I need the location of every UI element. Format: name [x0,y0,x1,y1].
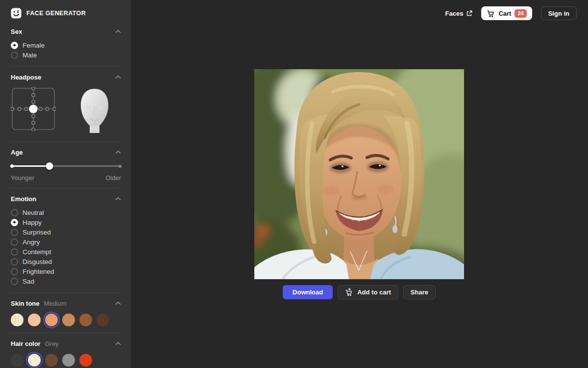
headpose-widget [11,87,121,135]
radio-emotion-happy[interactable]: Happy [11,217,121,227]
radio-indicator [11,209,18,216]
chevron-up-icon[interactable] [115,150,121,154]
cart-plus-icon [345,288,353,296]
skintone-value: Medium [44,300,67,307]
haircolor-value: Grey [45,340,59,347]
sidebar: FACE GENERATOR Sex Female Male Headpose [0,0,131,368]
radio-emotion-disgusted[interactable]: Disgusted [11,257,121,266]
radio-label: Sad [23,278,34,285]
haircolor-swatches [11,354,121,367]
age-slider-handle[interactable] [46,162,53,170]
headpose-grid-selector[interactable] [11,87,56,131]
headpose-current-point[interactable] [29,105,38,113]
chevron-up-icon[interactable] [115,29,121,33]
radio-emotion-sad[interactable]: Sad [11,276,121,286]
add-to-cart-label: Add to cart [357,289,391,296]
radio-label: Neutral [23,209,44,216]
radio-label: Frightened [23,268,54,275]
faces-link[interactable]: Faces [445,10,473,17]
radio-indicator [11,229,18,236]
radio-indicator [11,258,18,265]
radio-sex-female[interactable]: Female [11,40,121,50]
add-to-cart-button[interactable]: Add to cart [338,285,398,299]
radio-sex-male[interactable]: Male [11,50,121,60]
faces-link-label: Faces [445,10,464,17]
haircolor-swatch-2[interactable] [28,354,41,367]
share-button[interactable]: Share [403,285,436,299]
logo[interactable]: FACE GENERATOR [11,7,121,20]
download-button[interactable]: Download [283,285,333,299]
slider-fill [11,165,49,167]
divider [11,292,121,293]
generated-face-image [254,69,464,279]
section-sex-header: Sex [11,27,121,35]
radio-label: Male [23,52,37,59]
radio-label: Female [23,42,45,49]
skintone-swatch-4[interactable] [62,314,75,326]
haircolor-swatch-5[interactable] [79,354,92,367]
radio-indicator [11,219,18,226]
section-headpose-header: Headpose [11,73,121,81]
section-title-sex: Sex [11,28,22,35]
cart-badge: 24 [514,9,526,18]
skintone-swatch-1[interactable] [11,314,24,326]
skintone-swatch-2[interactable] [28,314,41,326]
skintone-swatch-6[interactable] [97,314,109,326]
age-max-label: Older [105,174,121,182]
radio-indicator [11,268,18,275]
age-min-label: Younger [11,174,34,182]
cart-icon [487,9,495,18]
section-emotion-header: Emotion [11,195,121,203]
section-title-age: Age [11,149,23,156]
chevron-up-icon[interactable] [115,342,121,345]
divider [11,333,121,333]
radio-label: Contempt [23,248,51,256]
radio-emotion-angry[interactable]: Angry [11,237,121,247]
sign-in-button[interactable]: Sign in [541,6,577,20]
divider [11,188,121,188]
radio-indicator [11,248,18,256]
skintone-swatch-5[interactable] [79,314,92,326]
chevron-up-icon[interactable] [115,197,121,201]
radio-label: Happy [23,219,42,226]
generated-face-stage [254,69,464,279]
divider [11,66,121,67]
section-age-header: Age [11,148,121,156]
section-haircolor-header: Hair color Grey [11,340,121,347]
section-title-skintone: Skin tone [11,300,40,307]
radio-indicator [11,278,18,285]
sex-options: Female Male [11,40,121,60]
radio-emotion-neutral[interactable]: Neutral [11,208,121,217]
skintone-swatch-3[interactable] [45,314,58,326]
radio-label: Disgusted [23,258,52,265]
haircolor-swatch-1[interactable] [11,354,24,367]
age-slider[interactable] [11,162,121,170]
radio-indicator [11,42,18,49]
haircolor-swatch-4[interactable] [62,354,75,367]
topbar: Faces Cart 24 Sign in [445,6,577,20]
chevron-up-icon[interactable] [115,75,121,79]
section-title-haircolor: Hair color [11,340,41,347]
divider [11,141,121,142]
emotion-options: Neutral Happy Surprised Angry Contempt D… [11,208,121,286]
cart-button[interactable]: Cart 24 [481,6,532,20]
headpose-3d-preview[interactable] [74,87,115,135]
slider-max-dot [119,165,122,168]
image-actions: Download Add to cart Share [254,285,464,299]
section-title-headpose: Headpose [11,74,41,81]
radio-emotion-contempt[interactable]: Contempt [11,247,121,257]
radio-emotion-frightened[interactable]: Frightened [11,266,121,276]
slider-min-dot [10,164,14,168]
face-logo-icon [11,8,22,19]
app-title: FACE GENERATOR [26,10,86,17]
radio-emotion-surprised[interactable]: Surprised [11,227,121,237]
radio-indicator [11,52,18,59]
haircolor-swatch-3[interactable] [45,354,58,367]
section-title-emotion: Emotion [11,195,36,203]
cart-label: Cart [498,10,511,17]
radio-label: Angry [23,238,40,246]
chevron-up-icon[interactable] [115,301,121,305]
external-link-icon [466,10,472,17]
age-slider-labels: Younger Older [11,174,121,182]
radio-label: Surprised [23,229,51,236]
